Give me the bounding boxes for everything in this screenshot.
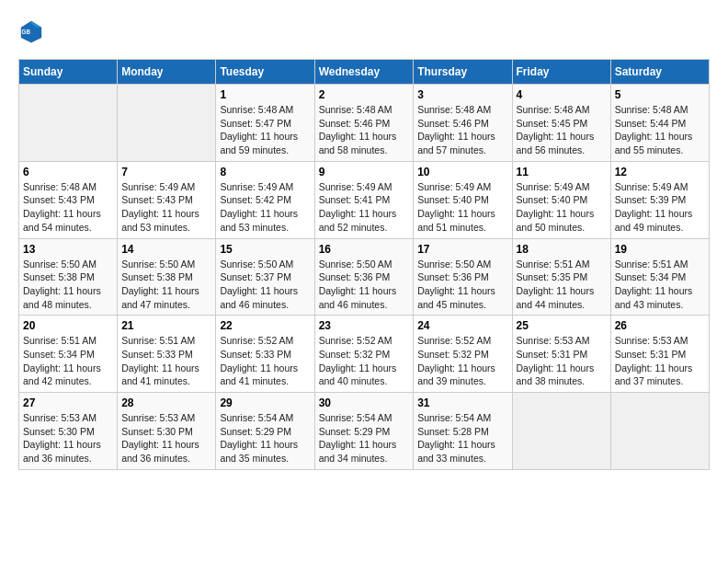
day-number: 20 [23, 319, 113, 332]
day-number: 14 [121, 243, 211, 256]
day-number: 24 [417, 319, 507, 332]
calendar-header-saturday: Saturday [610, 60, 709, 85]
day-number: 22 [220, 319, 310, 332]
calendar-week-row: 27Sunrise: 5:53 AMSunset: 5:30 PMDayligh… [19, 393, 710, 470]
calendar-cell: 28Sunrise: 5:53 AMSunset: 5:30 PMDayligh… [118, 393, 216, 470]
calendar-week-row: 20Sunrise: 5:51 AMSunset: 5:34 PMDayligh… [19, 316, 710, 393]
calendar-header-friday: Friday [512, 60, 610, 85]
calendar-week-row: 13Sunrise: 5:50 AMSunset: 5:38 PMDayligh… [19, 238, 710, 316]
day-number: 27 [23, 396, 113, 409]
day-number: 13 [23, 243, 113, 256]
calendar-header-row: SundayMondayTuesdayWednesdayThursdayFrid… [19, 60, 710, 85]
day-number: 10 [417, 166, 507, 178]
calendar-cell: 22Sunrise: 5:52 AMSunset: 5:33 PMDayligh… [216, 316, 314, 393]
calendar-header-monday: Monday [118, 60, 216, 85]
day-number: 21 [121, 319, 211, 332]
calendar-cell: 27Sunrise: 5:53 AMSunset: 5:30 PMDayligh… [19, 393, 118, 470]
calendar-header-tuesday: Tuesday [216, 60, 314, 85]
day-number: 1 [220, 88, 310, 101]
logo: GB [18, 18, 48, 44]
day-detail: Sunrise: 5:51 AMSunset: 5:35 PMDaylight:… [517, 258, 607, 312]
day-number: 19 [615, 243, 705, 256]
calendar-cell: 30Sunrise: 5:54 AMSunset: 5:29 PMDayligh… [314, 393, 414, 470]
day-number: 28 [121, 396, 211, 409]
day-number: 18 [517, 243, 607, 256]
calendar-header-wednesday: Wednesday [314, 60, 414, 85]
day-detail: Sunrise: 5:51 AMSunset: 5:34 PMDaylight:… [23, 334, 113, 388]
day-number: 31 [417, 396, 507, 409]
calendar-cell: 7Sunrise: 5:49 AMSunset: 5:43 PMDaylight… [118, 161, 216, 238]
calendar-cell: 26Sunrise: 5:53 AMSunset: 5:31 PMDayligh… [610, 316, 709, 393]
day-detail: Sunrise: 5:53 AMSunset: 5:31 PMDaylight:… [615, 334, 705, 388]
calendar-cell: 15Sunrise: 5:50 AMSunset: 5:37 PMDayligh… [216, 238, 314, 316]
calendar-cell [512, 393, 610, 470]
day-detail: Sunrise: 5:49 AMSunset: 5:40 PMDaylight:… [517, 180, 607, 235]
calendar-header-thursday: Thursday [414, 60, 512, 85]
day-detail: Sunrise: 5:49 AMSunset: 5:42 PMDaylight:… [220, 180, 310, 235]
calendar-cell: 2Sunrise: 5:48 AMSunset: 5:46 PMDaylight… [314, 85, 414, 162]
day-detail: Sunrise: 5:50 AMSunset: 5:38 PMDaylight:… [121, 258, 211, 312]
day-detail: Sunrise: 5:54 AMSunset: 5:29 PMDaylight:… [319, 411, 410, 465]
calendar-cell: 24Sunrise: 5:52 AMSunset: 5:32 PMDayligh… [414, 316, 512, 393]
day-number: 9 [319, 166, 410, 178]
day-number: 3 [417, 88, 507, 101]
day-detail: Sunrise: 5:49 AMSunset: 5:43 PMDaylight:… [121, 180, 211, 235]
day-detail: Sunrise: 5:51 AMSunset: 5:34 PMDaylight:… [615, 258, 705, 312]
day-detail: Sunrise: 5:51 AMSunset: 5:33 PMDaylight:… [121, 334, 211, 388]
day-number: 6 [23, 166, 113, 178]
day-number: 29 [220, 396, 310, 409]
calendar-header-sunday: Sunday [19, 60, 118, 85]
calendar-cell: 20Sunrise: 5:51 AMSunset: 5:34 PMDayligh… [19, 316, 118, 393]
day-number: 23 [319, 319, 410, 332]
calendar-cell: 21Sunrise: 5:51 AMSunset: 5:33 PMDayligh… [118, 316, 216, 393]
calendar-cell: 6Sunrise: 5:48 AMSunset: 5:43 PMDaylight… [19, 161, 118, 238]
day-detail: Sunrise: 5:54 AMSunset: 5:28 PMDaylight:… [417, 411, 507, 465]
calendar-cell: 3Sunrise: 5:48 AMSunset: 5:46 PMDaylight… [414, 85, 512, 162]
calendar-cell: 1Sunrise: 5:48 AMSunset: 5:47 PMDaylight… [216, 85, 314, 162]
calendar-cell: 5Sunrise: 5:48 AMSunset: 5:44 PMDaylight… [610, 85, 709, 162]
calendar-cell: 23Sunrise: 5:52 AMSunset: 5:32 PMDayligh… [314, 316, 414, 393]
calendar-cell: 10Sunrise: 5:49 AMSunset: 5:40 PMDayligh… [414, 161, 512, 238]
calendar-cell: 4Sunrise: 5:48 AMSunset: 5:45 PMDaylight… [512, 85, 610, 162]
calendar-cell: 9Sunrise: 5:49 AMSunset: 5:41 PMDaylight… [314, 161, 414, 238]
day-detail: Sunrise: 5:50 AMSunset: 5:38 PMDaylight:… [23, 258, 113, 312]
calendar-cell: 31Sunrise: 5:54 AMSunset: 5:28 PMDayligh… [414, 393, 512, 470]
calendar-cell: 17Sunrise: 5:50 AMSunset: 5:36 PMDayligh… [414, 238, 512, 316]
calendar-cell: 18Sunrise: 5:51 AMSunset: 5:35 PMDayligh… [512, 238, 610, 316]
calendar-cell: 13Sunrise: 5:50 AMSunset: 5:38 PMDayligh… [19, 238, 118, 316]
calendar-cell: 14Sunrise: 5:50 AMSunset: 5:38 PMDayligh… [118, 238, 216, 316]
day-number: 17 [417, 243, 507, 256]
day-detail: Sunrise: 5:53 AMSunset: 5:30 PMDaylight:… [23, 411, 113, 465]
day-detail: Sunrise: 5:48 AMSunset: 5:45 PMDaylight:… [517, 103, 607, 157]
day-detail: Sunrise: 5:54 AMSunset: 5:29 PMDaylight:… [220, 411, 310, 465]
day-detail: Sunrise: 5:53 AMSunset: 5:31 PMDaylight:… [517, 334, 607, 388]
calendar-cell [19, 85, 118, 162]
day-detail: Sunrise: 5:50 AMSunset: 5:36 PMDaylight:… [319, 258, 410, 312]
day-detail: Sunrise: 5:50 AMSunset: 5:37 PMDaylight:… [220, 258, 310, 312]
day-detail: Sunrise: 5:48 AMSunset: 5:46 PMDaylight:… [319, 103, 410, 157]
calendar-cell: 19Sunrise: 5:51 AMSunset: 5:34 PMDayligh… [610, 238, 709, 316]
day-number: 12 [615, 166, 705, 178]
day-detail: Sunrise: 5:49 AMSunset: 5:41 PMDaylight:… [319, 180, 410, 235]
day-detail: Sunrise: 5:53 AMSunset: 5:30 PMDaylight:… [121, 411, 211, 465]
day-detail: Sunrise: 5:50 AMSunset: 5:36 PMDaylight:… [417, 258, 507, 312]
day-number: 25 [517, 319, 607, 332]
day-number: 7 [121, 166, 211, 178]
day-detail: Sunrise: 5:49 AMSunset: 5:40 PMDaylight:… [417, 180, 507, 235]
day-detail: Sunrise: 5:52 AMSunset: 5:32 PMDaylight:… [417, 334, 507, 388]
day-number: 16 [319, 243, 410, 256]
day-detail: Sunrise: 5:52 AMSunset: 5:32 PMDaylight:… [319, 334, 410, 388]
calendar-cell: 25Sunrise: 5:53 AMSunset: 5:31 PMDayligh… [512, 316, 610, 393]
logo-icon: GB [18, 18, 44, 44]
day-detail: Sunrise: 5:49 AMSunset: 5:39 PMDaylight:… [615, 180, 705, 235]
day-detail: Sunrise: 5:48 AMSunset: 5:47 PMDaylight:… [220, 103, 310, 157]
day-number: 4 [517, 88, 607, 101]
svg-text:GB: GB [22, 29, 31, 35]
day-detail: Sunrise: 5:52 AMSunset: 5:33 PMDaylight:… [220, 334, 310, 388]
day-detail: Sunrise: 5:48 AMSunset: 5:46 PMDaylight:… [417, 103, 507, 157]
day-detail: Sunrise: 5:48 AMSunset: 5:44 PMDaylight:… [615, 103, 705, 157]
day-number: 15 [220, 243, 310, 256]
calendar-cell: 8Sunrise: 5:49 AMSunset: 5:42 PMDaylight… [216, 161, 314, 238]
calendar-cell: 29Sunrise: 5:54 AMSunset: 5:29 PMDayligh… [216, 393, 314, 470]
calendar-week-row: 6Sunrise: 5:48 AMSunset: 5:43 PMDaylight… [19, 161, 710, 238]
